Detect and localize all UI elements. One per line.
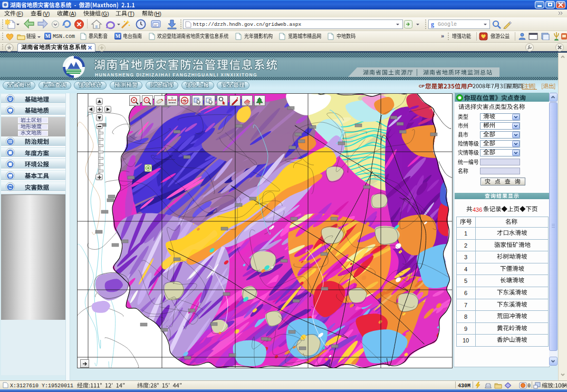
svg-text:?: ? [171, 96, 173, 100]
